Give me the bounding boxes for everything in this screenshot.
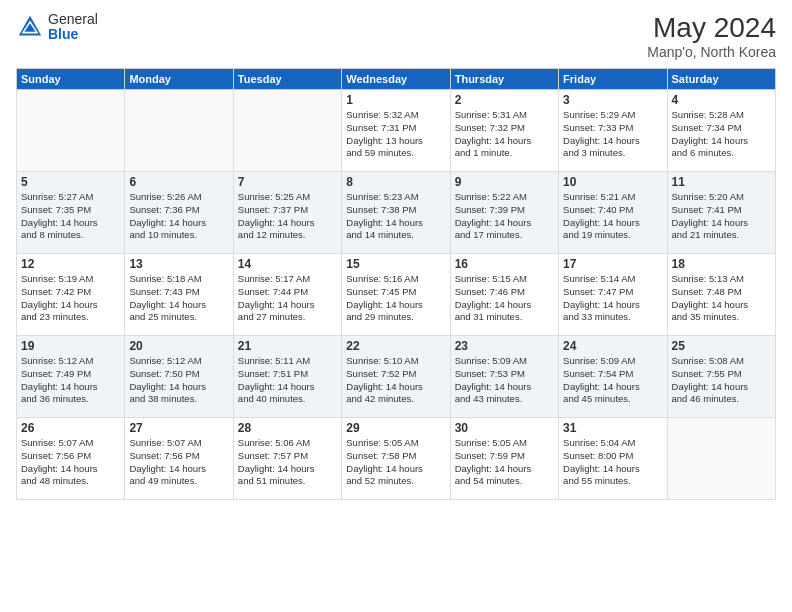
day-number: 18 bbox=[672, 257, 771, 271]
calendar-day-cell bbox=[233, 90, 341, 172]
calendar-day-cell: 6Sunrise: 5:26 AMSunset: 7:36 PMDaylight… bbox=[125, 172, 233, 254]
calendar-day-cell: 26Sunrise: 5:07 AMSunset: 7:56 PMDayligh… bbox=[17, 418, 125, 500]
calendar-day-cell: 5Sunrise: 5:27 AMSunset: 7:35 PMDaylight… bbox=[17, 172, 125, 254]
day-number: 5 bbox=[21, 175, 120, 189]
day-info: Sunrise: 5:25 AMSunset: 7:37 PMDaylight:… bbox=[238, 191, 337, 242]
col-sunday: Sunday bbox=[17, 69, 125, 90]
day-info: Sunrise: 5:27 AMSunset: 7:35 PMDaylight:… bbox=[21, 191, 120, 242]
day-info: Sunrise: 5:07 AMSunset: 7:56 PMDaylight:… bbox=[21, 437, 120, 488]
calendar-week-row: 5Sunrise: 5:27 AMSunset: 7:35 PMDaylight… bbox=[17, 172, 776, 254]
calendar-day-cell: 23Sunrise: 5:09 AMSunset: 7:53 PMDayligh… bbox=[450, 336, 558, 418]
day-number: 29 bbox=[346, 421, 445, 435]
day-info: Sunrise: 5:19 AMSunset: 7:42 PMDaylight:… bbox=[21, 273, 120, 324]
calendar-day-cell: 29Sunrise: 5:05 AMSunset: 7:58 PMDayligh… bbox=[342, 418, 450, 500]
day-info: Sunrise: 5:17 AMSunset: 7:44 PMDaylight:… bbox=[238, 273, 337, 324]
logo: General Blue bbox=[16, 12, 98, 43]
day-number: 10 bbox=[563, 175, 662, 189]
calendar-day-cell: 17Sunrise: 5:14 AMSunset: 7:47 PMDayligh… bbox=[559, 254, 667, 336]
calendar-day-cell bbox=[667, 418, 775, 500]
day-info: Sunrise: 5:07 AMSunset: 7:56 PMDaylight:… bbox=[129, 437, 228, 488]
col-thursday: Thursday bbox=[450, 69, 558, 90]
calendar-table: Sunday Monday Tuesday Wednesday Thursday… bbox=[16, 68, 776, 500]
day-info: Sunrise: 5:28 AMSunset: 7:34 PMDaylight:… bbox=[672, 109, 771, 160]
calendar-day-cell: 30Sunrise: 5:05 AMSunset: 7:59 PMDayligh… bbox=[450, 418, 558, 500]
calendar-day-cell: 7Sunrise: 5:25 AMSunset: 7:37 PMDaylight… bbox=[233, 172, 341, 254]
logo-blue: Blue bbox=[48, 27, 98, 42]
logo-text: General Blue bbox=[48, 12, 98, 43]
calendar-day-cell: 14Sunrise: 5:17 AMSunset: 7:44 PMDayligh… bbox=[233, 254, 341, 336]
header: General Blue May 2024 Manp'o, North Kore… bbox=[16, 12, 776, 60]
calendar-week-row: 26Sunrise: 5:07 AMSunset: 7:56 PMDayligh… bbox=[17, 418, 776, 500]
day-number: 15 bbox=[346, 257, 445, 271]
day-info: Sunrise: 5:22 AMSunset: 7:39 PMDaylight:… bbox=[455, 191, 554, 242]
day-number: 30 bbox=[455, 421, 554, 435]
calendar-day-cell: 31Sunrise: 5:04 AMSunset: 8:00 PMDayligh… bbox=[559, 418, 667, 500]
day-info: Sunrise: 5:29 AMSunset: 7:33 PMDaylight:… bbox=[563, 109, 662, 160]
day-number: 21 bbox=[238, 339, 337, 353]
day-info: Sunrise: 5:12 AMSunset: 7:50 PMDaylight:… bbox=[129, 355, 228, 406]
calendar-day-cell: 8Sunrise: 5:23 AMSunset: 7:38 PMDaylight… bbox=[342, 172, 450, 254]
day-number: 7 bbox=[238, 175, 337, 189]
col-friday: Friday bbox=[559, 69, 667, 90]
day-number: 3 bbox=[563, 93, 662, 107]
day-number: 8 bbox=[346, 175, 445, 189]
col-wednesday: Wednesday bbox=[342, 69, 450, 90]
calendar-day-cell: 19Sunrise: 5:12 AMSunset: 7:49 PMDayligh… bbox=[17, 336, 125, 418]
day-info: Sunrise: 5:16 AMSunset: 7:45 PMDaylight:… bbox=[346, 273, 445, 324]
calendar-day-cell: 2Sunrise: 5:31 AMSunset: 7:32 PMDaylight… bbox=[450, 90, 558, 172]
col-tuesday: Tuesday bbox=[233, 69, 341, 90]
calendar-day-cell: 28Sunrise: 5:06 AMSunset: 7:57 PMDayligh… bbox=[233, 418, 341, 500]
day-info: Sunrise: 5:15 AMSunset: 7:46 PMDaylight:… bbox=[455, 273, 554, 324]
calendar-day-cell: 12Sunrise: 5:19 AMSunset: 7:42 PMDayligh… bbox=[17, 254, 125, 336]
calendar-day-cell: 22Sunrise: 5:10 AMSunset: 7:52 PMDayligh… bbox=[342, 336, 450, 418]
calendar-day-cell: 3Sunrise: 5:29 AMSunset: 7:33 PMDaylight… bbox=[559, 90, 667, 172]
calendar-day-cell: 27Sunrise: 5:07 AMSunset: 7:56 PMDayligh… bbox=[125, 418, 233, 500]
day-info: Sunrise: 5:14 AMSunset: 7:47 PMDaylight:… bbox=[563, 273, 662, 324]
day-info: Sunrise: 5:11 AMSunset: 7:51 PMDaylight:… bbox=[238, 355, 337, 406]
day-info: Sunrise: 5:20 AMSunset: 7:41 PMDaylight:… bbox=[672, 191, 771, 242]
calendar-day-cell: 20Sunrise: 5:12 AMSunset: 7:50 PMDayligh… bbox=[125, 336, 233, 418]
col-saturday: Saturday bbox=[667, 69, 775, 90]
day-number: 26 bbox=[21, 421, 120, 435]
day-info: Sunrise: 5:32 AMSunset: 7:31 PMDaylight:… bbox=[346, 109, 445, 160]
calendar-week-row: 1Sunrise: 5:32 AMSunset: 7:31 PMDaylight… bbox=[17, 90, 776, 172]
day-info: Sunrise: 5:13 AMSunset: 7:48 PMDaylight:… bbox=[672, 273, 771, 324]
day-number: 16 bbox=[455, 257, 554, 271]
day-info: Sunrise: 5:12 AMSunset: 7:49 PMDaylight:… bbox=[21, 355, 120, 406]
day-number: 2 bbox=[455, 93, 554, 107]
day-number: 1 bbox=[346, 93, 445, 107]
day-info: Sunrise: 5:05 AMSunset: 7:59 PMDaylight:… bbox=[455, 437, 554, 488]
day-number: 28 bbox=[238, 421, 337, 435]
calendar-day-cell: 21Sunrise: 5:11 AMSunset: 7:51 PMDayligh… bbox=[233, 336, 341, 418]
calendar-day-cell: 1Sunrise: 5:32 AMSunset: 7:31 PMDaylight… bbox=[342, 90, 450, 172]
day-number: 22 bbox=[346, 339, 445, 353]
calendar-title: May 2024 bbox=[647, 12, 776, 44]
day-number: 31 bbox=[563, 421, 662, 435]
calendar-day-cell: 10Sunrise: 5:21 AMSunset: 7:40 PMDayligh… bbox=[559, 172, 667, 254]
calendar-day-cell: 15Sunrise: 5:16 AMSunset: 7:45 PMDayligh… bbox=[342, 254, 450, 336]
calendar-day-cell: 4Sunrise: 5:28 AMSunset: 7:34 PMDaylight… bbox=[667, 90, 775, 172]
day-number: 27 bbox=[129, 421, 228, 435]
calendar-day-cell bbox=[17, 90, 125, 172]
day-number: 24 bbox=[563, 339, 662, 353]
day-info: Sunrise: 5:04 AMSunset: 8:00 PMDaylight:… bbox=[563, 437, 662, 488]
day-info: Sunrise: 5:08 AMSunset: 7:55 PMDaylight:… bbox=[672, 355, 771, 406]
col-monday: Monday bbox=[125, 69, 233, 90]
day-number: 11 bbox=[672, 175, 771, 189]
day-info: Sunrise: 5:23 AMSunset: 7:38 PMDaylight:… bbox=[346, 191, 445, 242]
day-info: Sunrise: 5:09 AMSunset: 7:53 PMDaylight:… bbox=[455, 355, 554, 406]
day-number: 13 bbox=[129, 257, 228, 271]
calendar-day-cell bbox=[125, 90, 233, 172]
calendar-day-cell: 11Sunrise: 5:20 AMSunset: 7:41 PMDayligh… bbox=[667, 172, 775, 254]
day-number: 19 bbox=[21, 339, 120, 353]
day-info: Sunrise: 5:26 AMSunset: 7:36 PMDaylight:… bbox=[129, 191, 228, 242]
calendar-week-row: 19Sunrise: 5:12 AMSunset: 7:49 PMDayligh… bbox=[17, 336, 776, 418]
day-number: 9 bbox=[455, 175, 554, 189]
title-block: May 2024 Manp'o, North Korea bbox=[647, 12, 776, 60]
day-number: 17 bbox=[563, 257, 662, 271]
day-number: 20 bbox=[129, 339, 228, 353]
day-info: Sunrise: 5:10 AMSunset: 7:52 PMDaylight:… bbox=[346, 355, 445, 406]
calendar-week-row: 12Sunrise: 5:19 AMSunset: 7:42 PMDayligh… bbox=[17, 254, 776, 336]
calendar-day-cell: 24Sunrise: 5:09 AMSunset: 7:54 PMDayligh… bbox=[559, 336, 667, 418]
calendar-location: Manp'o, North Korea bbox=[647, 44, 776, 60]
